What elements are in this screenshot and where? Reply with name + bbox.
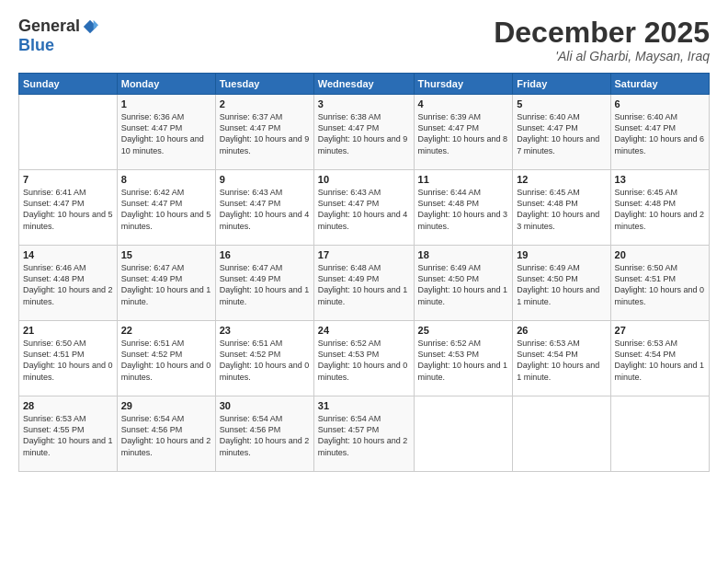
day-info: Sunrise: 6:54 AMSunset: 4:56 PMDaylight:… xyxy=(220,413,310,458)
calendar-cell: 7Sunrise: 6:41 AMSunset: 4:47 PMDaylight… xyxy=(19,170,118,246)
calendar-cell: 17Sunrise: 6:48 AMSunset: 4:49 PMDayligh… xyxy=(313,246,414,321)
day-number: 30 xyxy=(220,400,310,411)
day-number: 23 xyxy=(220,325,310,336)
calendar-header-thursday: Thursday xyxy=(414,74,513,95)
day-number: 5 xyxy=(517,98,606,109)
calendar-week-1: 1Sunrise: 6:36 AMSunset: 4:47 PMDaylight… xyxy=(19,95,710,170)
calendar-header-wednesday: Wednesday xyxy=(313,74,414,95)
calendar-cell xyxy=(414,396,513,472)
day-number: 15 xyxy=(121,249,211,260)
calendar-header-sunday: Sunday xyxy=(19,74,118,95)
calendar-cell: 28Sunrise: 6:53 AMSunset: 4:55 PMDayligh… xyxy=(19,396,118,472)
day-number: 6 xyxy=(615,98,705,109)
day-info: Sunrise: 6:47 AMSunset: 4:49 PMDaylight:… xyxy=(220,262,310,307)
day-number: 11 xyxy=(418,174,509,185)
day-number: 27 xyxy=(615,325,705,336)
day-number: 26 xyxy=(517,325,606,336)
calendar-cell xyxy=(610,396,709,472)
day-number: 13 xyxy=(615,174,705,185)
day-info: Sunrise: 6:46 AMSunset: 4:48 PMDaylight:… xyxy=(23,262,113,307)
calendar-cell: 20Sunrise: 6:50 AMSunset: 4:51 PMDayligh… xyxy=(610,246,709,321)
calendar-header-friday: Friday xyxy=(513,74,610,95)
day-number: 2 xyxy=(220,98,310,109)
day-info: Sunrise: 6:39 AMSunset: 4:47 PMDaylight:… xyxy=(418,111,509,156)
calendar-header-row: SundayMondayTuesdayWednesdayThursdayFrid… xyxy=(19,74,710,95)
day-info: Sunrise: 6:43 AMSunset: 4:47 PMDaylight:… xyxy=(220,187,310,232)
day-number: 21 xyxy=(23,325,113,336)
svg-marker-1 xyxy=(94,19,98,29)
calendar-cell xyxy=(19,95,118,170)
day-number: 7 xyxy=(23,174,113,185)
calendar-cell: 6Sunrise: 6:40 AMSunset: 4:47 PMDaylight… xyxy=(610,95,709,170)
logo-text: General xyxy=(18,17,98,36)
day-number: 10 xyxy=(318,174,410,185)
day-number: 3 xyxy=(318,98,410,109)
calendar-cell: 13Sunrise: 6:45 AMSunset: 4:48 PMDayligh… xyxy=(610,170,709,246)
day-info: Sunrise: 6:45 AMSunset: 4:48 PMDaylight:… xyxy=(615,187,705,232)
day-info: Sunrise: 6:52 AMSunset: 4:53 PMDaylight:… xyxy=(418,338,509,383)
calendar-cell: 3Sunrise: 6:38 AMSunset: 4:47 PMDaylight… xyxy=(313,95,414,170)
title-month: December 2025 xyxy=(494,17,710,49)
day-number: 17 xyxy=(318,249,410,260)
day-number: 12 xyxy=(517,174,606,185)
day-number: 20 xyxy=(615,249,705,260)
header: General Blue December 2025 'Ali al Gharb… xyxy=(18,17,710,63)
title-location: 'Ali al Gharbi, Maysan, Iraq xyxy=(494,49,710,63)
calendar-week-3: 14Sunrise: 6:46 AMSunset: 4:48 PMDayligh… xyxy=(19,246,710,321)
day-info: Sunrise: 6:52 AMSunset: 4:53 PMDaylight:… xyxy=(318,338,410,383)
day-info: Sunrise: 6:48 AMSunset: 4:49 PMDaylight:… xyxy=(318,262,410,307)
calendar-cell: 25Sunrise: 6:52 AMSunset: 4:53 PMDayligh… xyxy=(414,321,513,396)
day-info: Sunrise: 6:51 AMSunset: 4:52 PMDaylight:… xyxy=(121,338,211,383)
calendar-cell: 18Sunrise: 6:49 AMSunset: 4:50 PMDayligh… xyxy=(414,246,513,321)
calendar-cell: 2Sunrise: 6:37 AMSunset: 4:47 PMDaylight… xyxy=(215,95,313,170)
day-info: Sunrise: 6:53 AMSunset: 4:54 PMDaylight:… xyxy=(615,338,705,383)
calendar-cell: 26Sunrise: 6:53 AMSunset: 4:54 PMDayligh… xyxy=(513,321,610,396)
calendar-header-saturday: Saturday xyxy=(610,74,709,95)
calendar-week-4: 21Sunrise: 6:50 AMSunset: 4:51 PMDayligh… xyxy=(19,321,710,396)
logo: General Blue xyxy=(18,17,98,55)
day-info: Sunrise: 6:41 AMSunset: 4:47 PMDaylight:… xyxy=(23,187,113,232)
calendar-cell: 8Sunrise: 6:42 AMSunset: 4:47 PMDaylight… xyxy=(117,170,215,246)
day-info: Sunrise: 6:54 AMSunset: 4:56 PMDaylight:… xyxy=(121,413,211,458)
day-number: 4 xyxy=(418,98,509,109)
day-info: Sunrise: 6:53 AMSunset: 4:55 PMDaylight:… xyxy=(23,413,113,458)
day-info: Sunrise: 6:36 AMSunset: 4:47 PMDaylight:… xyxy=(121,111,211,156)
calendar-week-2: 7Sunrise: 6:41 AMSunset: 4:47 PMDaylight… xyxy=(19,170,710,246)
calendar-cell: 12Sunrise: 6:45 AMSunset: 4:48 PMDayligh… xyxy=(513,170,610,246)
day-number: 14 xyxy=(23,249,113,260)
calendar-cell: 14Sunrise: 6:46 AMSunset: 4:48 PMDayligh… xyxy=(19,246,118,321)
day-info: Sunrise: 6:50 AMSunset: 4:51 PMDaylight:… xyxy=(23,338,113,383)
day-info: Sunrise: 6:49 AMSunset: 4:50 PMDaylight:… xyxy=(418,262,509,307)
day-info: Sunrise: 6:53 AMSunset: 4:54 PMDaylight:… xyxy=(517,338,606,383)
day-number: 31 xyxy=(318,400,410,411)
calendar-cell: 31Sunrise: 6:54 AMSunset: 4:57 PMDayligh… xyxy=(313,396,414,472)
calendar-header-tuesday: Tuesday xyxy=(215,74,313,95)
calendar-cell: 27Sunrise: 6:53 AMSunset: 4:54 PMDayligh… xyxy=(610,321,709,396)
day-info: Sunrise: 6:40 AMSunset: 4:47 PMDaylight:… xyxy=(615,111,705,156)
calendar-cell: 9Sunrise: 6:43 AMSunset: 4:47 PMDaylight… xyxy=(215,170,313,246)
day-info: Sunrise: 6:51 AMSunset: 4:52 PMDaylight:… xyxy=(220,338,310,383)
calendar-cell: 21Sunrise: 6:50 AMSunset: 4:51 PMDayligh… xyxy=(19,321,118,396)
page: General Blue December 2025 'Ali al Gharb… xyxy=(0,0,728,563)
calendar-cell xyxy=(513,396,610,472)
logo-icon xyxy=(82,18,98,35)
day-info: Sunrise: 6:40 AMSunset: 4:47 PMDaylight:… xyxy=(517,111,606,156)
day-number: 24 xyxy=(318,325,410,336)
calendar-cell: 23Sunrise: 6:51 AMSunset: 4:52 PMDayligh… xyxy=(215,321,313,396)
calendar-cell: 30Sunrise: 6:54 AMSunset: 4:56 PMDayligh… xyxy=(215,396,313,472)
calendar-cell: 24Sunrise: 6:52 AMSunset: 4:53 PMDayligh… xyxy=(313,321,414,396)
day-info: Sunrise: 6:50 AMSunset: 4:51 PMDaylight:… xyxy=(615,262,705,307)
day-number: 22 xyxy=(121,325,211,336)
calendar-cell: 10Sunrise: 6:43 AMSunset: 4:47 PMDayligh… xyxy=(313,170,414,246)
day-number: 9 xyxy=(220,174,310,185)
day-number: 16 xyxy=(220,249,310,260)
day-info: Sunrise: 6:45 AMSunset: 4:48 PMDaylight:… xyxy=(517,187,606,232)
day-info: Sunrise: 6:37 AMSunset: 4:47 PMDaylight:… xyxy=(220,111,310,156)
day-info: Sunrise: 6:44 AMSunset: 4:48 PMDaylight:… xyxy=(418,187,509,232)
logo-blue: Blue xyxy=(18,36,54,55)
calendar-cell: 15Sunrise: 6:47 AMSunset: 4:49 PMDayligh… xyxy=(117,246,215,321)
day-number: 19 xyxy=(517,249,606,260)
logo-general: General xyxy=(18,17,80,36)
day-info: Sunrise: 6:47 AMSunset: 4:49 PMDaylight:… xyxy=(121,262,211,307)
title-block: December 2025 'Ali al Gharbi, Maysan, Ir… xyxy=(494,17,710,63)
